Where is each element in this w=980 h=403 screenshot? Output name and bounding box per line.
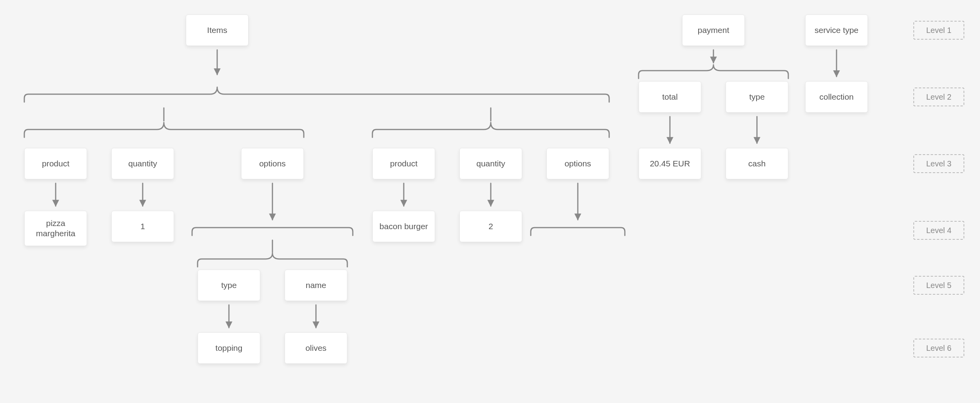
node-opt-name: name: [285, 270, 347, 301]
level-6-label: Level 6: [913, 339, 964, 357]
node-total: total: [639, 81, 701, 113]
node-pay-type-value: cash: [726, 148, 788, 179]
node-burger: bacon burger: [372, 211, 435, 242]
level-2-label: Level 2: [913, 88, 964, 106]
node-topping: topping: [198, 332, 260, 364]
node-quantity-1: quantity: [111, 148, 174, 179]
node-service-type: service type: [805, 15, 868, 46]
level-4-label: Level 4: [913, 221, 964, 240]
node-pay-type: type: [726, 81, 788, 113]
node-product-2: product: [372, 148, 435, 179]
node-options-1: options: [241, 148, 304, 179]
node-collection: collection: [805, 81, 868, 113]
node-opt-type: type: [198, 270, 260, 301]
level-1-label: Level 1: [913, 21, 964, 40]
node-qty-1: 1: [111, 211, 174, 242]
diagram-connectors: [0, 0, 980, 403]
node-olives: olives: [285, 332, 347, 364]
node-total-value: 20.45 EUR: [639, 148, 701, 179]
level-3-label: Level 3: [913, 154, 964, 173]
node-qty-2: 2: [459, 211, 522, 242]
node-payment: payment: [682, 15, 745, 46]
level-5-label: Level 5: [913, 276, 964, 295]
node-items: Items: [186, 15, 249, 46]
node-quantity-2: quantity: [459, 148, 522, 179]
node-product-1: product: [24, 148, 87, 179]
node-options-2: options: [546, 148, 609, 179]
node-pizza: pizza margherita: [24, 211, 87, 246]
